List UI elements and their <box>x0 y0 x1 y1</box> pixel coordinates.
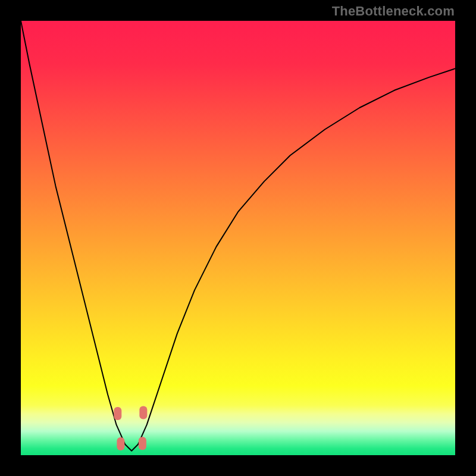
marker-dot <box>139 437 146 450</box>
curve-layer <box>21 21 455 455</box>
marker-dot <box>117 437 124 450</box>
marker-dot <box>114 407 121 420</box>
chart-stage: TheBottleneck.com <box>0 0 476 476</box>
marker-group <box>114 406 147 450</box>
watermark-text: TheBottleneck.com <box>332 4 455 19</box>
plot-area <box>21 21 455 455</box>
marker-dot <box>139 406 147 419</box>
bottleneck-curve <box>21 21 455 451</box>
